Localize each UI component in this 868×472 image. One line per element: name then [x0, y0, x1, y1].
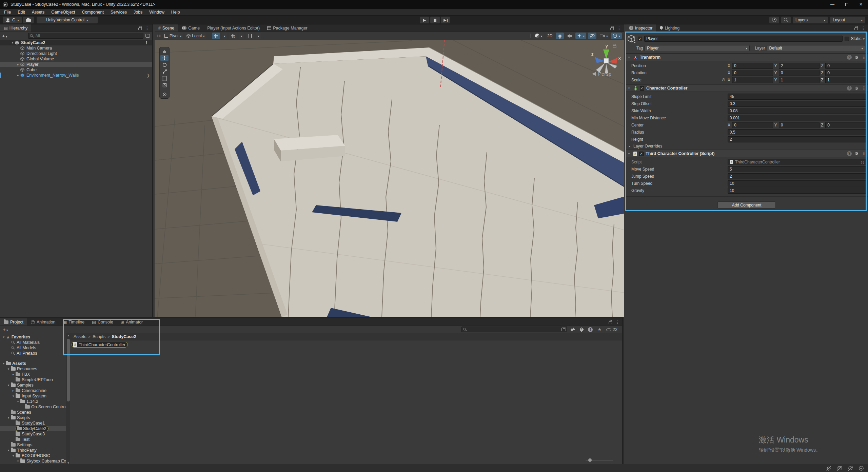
- gravity-field[interactable]: 10: [728, 188, 866, 194]
- fold-arrow-icon[interactable]: [627, 56, 631, 59]
- project-folder-input-system[interactable]: Input System: [0, 393, 66, 399]
- scene-viewport[interactable]: y x z Persp: [155, 40, 624, 317]
- kebab-menu-icon[interactable]: [861, 26, 865, 31]
- presets-icon[interactable]: [855, 55, 859, 59]
- grid-visibility-dropdown[interactable]: [222, 33, 227, 39]
- chevron-right-icon[interactable]: ❯: [147, 73, 150, 78]
- rotate-tool[interactable]: [160, 62, 169, 68]
- menu-jobs[interactable]: Jobs: [130, 10, 146, 15]
- tab-project[interactable]: Project: [0, 318, 27, 326]
- grid-snapping-button[interactable]: [229, 33, 237, 39]
- project-folder-samples[interactable]: Samples: [0, 382, 66, 388]
- open-new-window-icon[interactable]: [145, 34, 150, 38]
- scale-z-field[interactable]: 1: [825, 77, 866, 83]
- kebab-menu-icon[interactable]: [617, 26, 621, 31]
- menu-window[interactable]: Window: [146, 10, 167, 15]
- close-button[interactable]: ✕: [854, 0, 868, 9]
- help-icon[interactable]: [847, 55, 852, 60]
- persp-label[interactable]: Persp: [598, 71, 611, 77]
- rotation-y-field[interactable]: 0: [779, 70, 820, 76]
- project-folder-studycase3[interactable]: StudyCase3: [0, 431, 66, 437]
- menu-gameobject[interactable]: GameObject: [48, 10, 78, 15]
- scale-tool[interactable]: [160, 68, 169, 75]
- status-ok-icon[interactable]: [859, 466, 864, 471]
- project-folder-boxophobic[interactable]: BOXOPHOBIC: [0, 453, 66, 458]
- presets-icon[interactable]: [855, 86, 859, 90]
- fold-arrow-icon[interactable]: [10, 41, 15, 44]
- hierarchy-search-input[interactable]: [28, 33, 143, 39]
- project-folder-thirdparty[interactable]: ThirdParty: [0, 448, 66, 453]
- fold-arrow-icon[interactable]: [6, 449, 11, 452]
- account-button[interactable]: G: [3, 17, 22, 23]
- step-offset-field[interactable]: 0.3: [728, 101, 866, 107]
- min-move-distance-field[interactable]: 0.001: [728, 115, 866, 121]
- camera-settings-dropdown[interactable]: [598, 33, 610, 39]
- fold-arrow-icon[interactable]: [1, 335, 6, 339]
- gizmos-dropdown[interactable]: [611, 33, 622, 39]
- menu-help[interactable]: Help: [168, 10, 183, 15]
- link-scale-icon[interactable]: ∅: [722, 78, 725, 82]
- lock-icon[interactable]: [610, 27, 614, 30]
- project-folder-cinemachine[interactable]: Cinemachine: [0, 388, 66, 393]
- position-y-field[interactable]: 2: [779, 63, 820, 69]
- center-y-field[interactable]: 0: [779, 122, 820, 128]
- grid-visibility-button[interactable]: [212, 33, 220, 39]
- fold-arrow-icon[interactable]: [16, 459, 20, 463]
- tab-animator[interactable]: Animator: [117, 318, 147, 326]
- scale-x-field[interactable]: 1: [732, 77, 773, 83]
- undo-history-button[interactable]: [769, 17, 779, 23]
- jump-speed-field[interactable]: 2: [728, 173, 866, 179]
- tab-console[interactable]: Console: [88, 318, 117, 326]
- audio-mute-button[interactable]: [566, 33, 574, 39]
- cloud-button[interactable]: [23, 17, 34, 23]
- asset-item-thirdcharactercontroller[interactable]: # ThirdCharacterController: [72, 342, 128, 348]
- project-folder-1-14-2[interactable]: 1.14.2: [0, 399, 66, 404]
- add-component-button[interactable]: Add Component: [717, 201, 776, 209]
- move-speed-field[interactable]: 5: [728, 166, 866, 172]
- project-folder-scripts[interactable]: Scripts: [0, 415, 66, 420]
- minimize-button[interactable]: —: [825, 0, 840, 9]
- slider-thumb[interactable]: [588, 458, 592, 462]
- thumbnail-size-slider[interactable]: [586, 458, 613, 462]
- maximize-button[interactable]: [840, 0, 854, 9]
- project-folder-resources[interactable]: Resources: [0, 366, 66, 372]
- gizmo-x-label[interactable]: x: [618, 56, 621, 61]
- favorite-all-materials[interactable]: All Materials: [0, 340, 66, 345]
- kebab-menu-icon[interactable]: [862, 55, 866, 60]
- menu-services[interactable]: Services: [107, 10, 130, 15]
- version-control-button[interactable]: Unity Version Control: [37, 17, 98, 23]
- view-hand-tool[interactable]: [160, 48, 169, 54]
- script-component-header[interactable]: # Third Character Controller (Script): [625, 150, 868, 157]
- custom-tools-button[interactable]: [160, 91, 169, 97]
- help-icon[interactable]: [847, 151, 852, 156]
- position-x-field[interactable]: 0: [732, 63, 773, 69]
- open-search-window-icon[interactable]: [561, 328, 566, 331]
- hierarchy-item-directional-light[interactable]: Directional Light: [0, 51, 152, 56]
- hierarchy-item-main-camera[interactable]: Main Camera: [0, 45, 152, 51]
- step-button[interactable]: ▶: [441, 17, 450, 23]
- tab-scene[interactable]: Scene: [155, 24, 178, 32]
- transform-component-header[interactable]: Transform: [625, 54, 868, 61]
- search-by-type-icon[interactable]: [571, 328, 575, 331]
- expand-arrow-icon[interactable]: [16, 74, 20, 77]
- static-toggle[interactable]: Static: [845, 36, 865, 41]
- move-tool[interactable]: [160, 55, 169, 61]
- search-by-label-icon[interactable]: [579, 327, 584, 332]
- fold-arrow-icon[interactable]: [11, 394, 16, 398]
- tab-animation[interactable]: Animation: [27, 318, 59, 326]
- effects-dropdown[interactable]: [575, 33, 586, 39]
- kebab-menu-icon[interactable]: [144, 40, 149, 45]
- project-folder-simpleurptoon[interactable]: SimpleURPToon: [0, 377, 66, 382]
- fold-arrow-icon[interactable]: [16, 400, 20, 403]
- layer-overrides-foldout[interactable]: Layer Overrides: [625, 143, 868, 150]
- project-folder-studycase2[interactable]: StudyCase2: [0, 426, 66, 431]
- hierarchy-item-player[interactable]: Player: [0, 62, 152, 67]
- favorites-star-icon[interactable]: [597, 327, 601, 332]
- slope-limit-field[interactable]: 45: [728, 94, 866, 100]
- pause-button[interactable]: [430, 17, 440, 23]
- lock-icon[interactable]: [609, 321, 612, 324]
- menu-assets[interactable]: Assets: [28, 10, 48, 15]
- tab-hierarchy[interactable]: Hierarchy: [0, 24, 31, 32]
- refresh-disabled-icon[interactable]: [848, 466, 853, 471]
- turn-speed-field[interactable]: 10: [728, 180, 866, 186]
